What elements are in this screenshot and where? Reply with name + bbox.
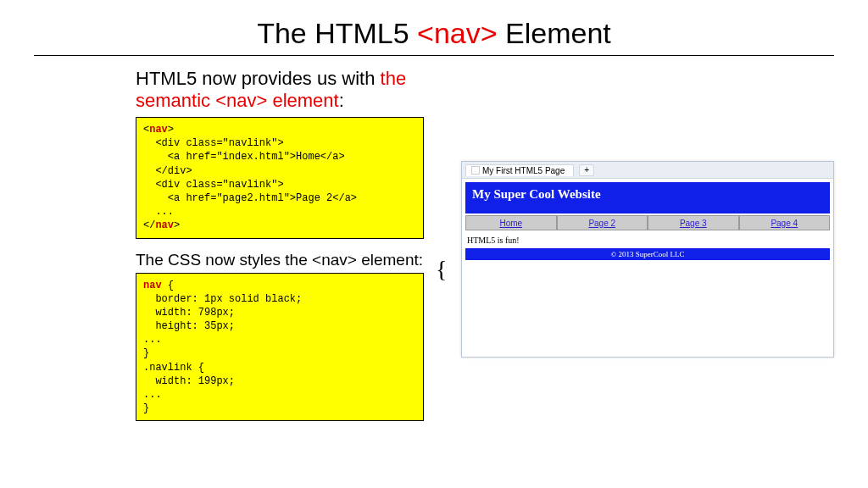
code-token: nav xyxy=(155,219,174,231)
code-line: ... xyxy=(143,334,162,346)
code-token: </ xyxy=(143,219,155,231)
code-line: .navlink { xyxy=(143,362,204,374)
code-line: <div class="navlink"> xyxy=(143,137,284,149)
site-header: My Super Cool Website xyxy=(465,182,830,214)
browser-tab[interactable]: My First HTML5 Page xyxy=(465,164,574,176)
code-token: > xyxy=(174,219,180,231)
title-highlight: <nav> xyxy=(417,17,498,49)
code-line: } xyxy=(143,347,149,359)
code-line: </div> xyxy=(143,165,192,177)
nav-item-page4[interactable]: Page 4 xyxy=(739,215,831,230)
intro-line: HTML5 now provides us with the semantic … xyxy=(136,68,436,112)
code-token: { xyxy=(162,280,174,291)
code-line: width: 199px; xyxy=(143,375,235,387)
slide-title: The HTML5 <nav> Element xyxy=(34,17,834,50)
nav-item-page2[interactable]: Page 2 xyxy=(557,215,648,230)
title-post: Element xyxy=(498,17,611,49)
browser-viewport: My Super Cool Website Home Page 2 Page 3… xyxy=(462,179,833,357)
code-line: <a href="index.html">Home</a> xyxy=(143,151,345,163)
page-filler xyxy=(465,260,830,353)
code-line: ... xyxy=(143,206,174,218)
nav-item-home[interactable]: Home xyxy=(465,215,557,230)
css-code-box: nav { border: 1px solid black; width: 79… xyxy=(136,273,424,422)
code-line: <div class="navlink"> xyxy=(143,179,284,191)
pointing-brace: { xyxy=(436,258,447,281)
title-divider xyxy=(34,55,834,56)
nav-item-page3[interactable]: Page 3 xyxy=(648,215,739,230)
page-body-text: HTML5 is fun! xyxy=(465,230,830,248)
css-subhead: The CSS now styles the <nav> element: xyxy=(136,251,436,269)
nav-link[interactable]: Page 4 xyxy=(771,219,798,228)
code-line: height: 35px; xyxy=(143,320,235,332)
code-line: ... xyxy=(143,389,162,401)
new-tab-button[interactable]: + xyxy=(579,164,594,176)
browser-tabbar: My First HTML5 Page + xyxy=(462,162,833,179)
code-token: nav xyxy=(149,124,168,136)
nav-link[interactable]: Page 2 xyxy=(588,219,615,228)
code-token: > xyxy=(168,124,174,136)
nav-link[interactable]: Home xyxy=(499,219,522,228)
code-line: <a href="page2.html">Page 2</a> xyxy=(143,192,357,204)
html-code-box: <nav> <div class="navlink"> <a href="ind… xyxy=(136,117,424,239)
site-nav: Home Page 2 Page 3 Page 4 xyxy=(465,215,830,230)
title-pre: The HTML5 xyxy=(257,17,417,49)
code-line: border: 1px solid black; xyxy=(143,293,302,305)
intro-tail: : xyxy=(339,90,344,111)
browser-mock: My First HTML5 Page + My Super Cool Webs… xyxy=(461,161,834,358)
code-line: width: 798px; xyxy=(143,307,235,319)
code-token: nav xyxy=(143,280,162,291)
intro-black: HTML5 now provides us with xyxy=(136,68,381,89)
favicon-icon xyxy=(471,166,480,175)
nav-link[interactable]: Page 3 xyxy=(680,219,707,228)
tab-title: My First HTML5 Page xyxy=(482,166,565,175)
site-footer: © 2013 SuperCool LLC xyxy=(465,248,830,260)
code-line: } xyxy=(143,402,149,414)
